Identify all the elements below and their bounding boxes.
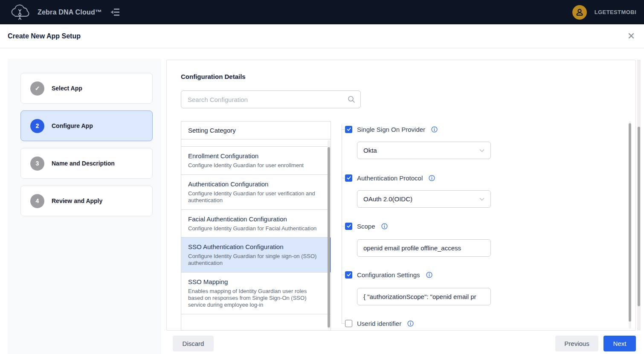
info-icon[interactable]	[431, 126, 438, 133]
configuration-settings-input[interactable]	[357, 288, 491, 305]
category-title: Authentication Configuration	[188, 180, 319, 188]
user-menu[interactable]: LGETESTMOBI	[572, 0, 636, 24]
field-label: Userid identifier	[357, 320, 401, 327]
page-title: Create New App Setup	[8, 24, 81, 48]
category-enrollment-configuration[interactable]: Enrollment Configuration Configure Ident…	[181, 147, 331, 175]
zebra-dna-cloud-logo-icon	[9, 3, 31, 21]
category-title: Enrollment Configuration	[188, 152, 319, 160]
discard-button[interactable]: Discard	[173, 336, 214, 351]
page-scrollbar-thumb[interactable]	[638, 127, 640, 306]
field-configuration-settings: Configuration Settings	[345, 271, 432, 279]
field-label: Scope	[357, 223, 375, 230]
person-icon	[575, 8, 584, 17]
step-review-and-apply[interactable]: 4 Review and Apply	[20, 186, 153, 216]
chevron-down-icon	[479, 149, 484, 152]
configuration-panel: Configuration Details Setting Category E…	[166, 60, 636, 331]
next-button[interactable]: Next	[603, 336, 636, 351]
step-label: Configure App	[52, 122, 93, 129]
auth-protocol-select[interactable]: OAuth 2.0(OIDC)	[357, 190, 491, 208]
category-authentication-configuration[interactable]: Authentication Configuration Configure I…	[181, 175, 331, 210]
clipped-category-item[interactable]	[181, 139, 331, 147]
category-facial-authentication-configuration[interactable]: Facial Authentication Configuration Conf…	[181, 210, 331, 238]
step-number: 2	[30, 119, 44, 133]
category-description: Configure Identity Guardian for user enr…	[188, 162, 317, 169]
top-app-bar: Zebra DNA Cloud™ LGETESTMOBI	[0, 0, 644, 24]
search-icon	[348, 96, 355, 103]
category-title: SSO Mapping	[188, 278, 319, 285]
field-label: Authentication Protocol	[357, 174, 423, 182]
category-description: Configure Identity Guardian for user ver…	[188, 190, 317, 204]
field-label: Single Sign On Provider	[357, 126, 425, 133]
close-icon[interactable]: ✕	[625, 30, 637, 42]
field-tree-line	[342, 124, 342, 323]
sso-provider-checkbox[interactable]	[345, 126, 352, 133]
detail-panel-scrollbar-thumb[interactable]	[629, 123, 631, 322]
scope-checkbox[interactable]	[345, 223, 352, 230]
check-icon	[346, 127, 351, 132]
step-label: Name and Description	[52, 160, 115, 167]
wizard-steps-panel: ✓ Select App 2 Configure App 3 Name and …	[8, 59, 161, 354]
category-list-scrollbar	[328, 140, 330, 329]
previous-button[interactable]: Previous	[555, 336, 598, 351]
category-description: Configure Identity Guardian for Facial A…	[188, 225, 317, 232]
category-title: SSO Authentication Configuration	[188, 243, 319, 250]
configuration-details-heading: Configuration Details	[181, 73, 246, 80]
field-label: Configuration Settings	[357, 271, 420, 279]
check-icon	[346, 175, 351, 180]
create-new-app-setup-screen: Zebra DNA Cloud™ LGETESTMOBI Create New …	[0, 0, 644, 354]
step-number: 4	[30, 194, 44, 208]
field-authentication-protocol: Authentication Protocol	[345, 174, 435, 182]
step-label: Select App	[52, 85, 82, 92]
field-single-sign-on-provider: Single Sign On Provider	[345, 125, 438, 133]
sso-provider-select[interactable]: Okta	[357, 142, 491, 159]
search-configuration-input[interactable]	[181, 90, 361, 108]
category-list-scrollbar-thumb[interactable]	[328, 147, 330, 328]
info-icon[interactable]	[426, 272, 432, 278]
sso-provider-value: Okta	[363, 147, 377, 154]
auth-protocol-value: OAuth 2.0(OIDC)	[363, 195, 412, 203]
info-icon[interactable]	[429, 175, 435, 181]
chevron-down-icon	[479, 197, 484, 201]
category-title: Facial Authentication Configuration	[188, 215, 319, 223]
setting-category-header: Setting Category	[181, 122, 331, 139]
check-icon	[346, 223, 351, 229]
info-icon[interactable]	[381, 223, 388, 229]
field-userid-identifier: Userid identifier	[345, 319, 414, 327]
category-description: Enables mapping of Identity Guardian use…	[188, 288, 317, 308]
user-avatar[interactable]	[572, 5, 587, 20]
step-configure-app[interactable]: 2 Configure App	[20, 110, 153, 141]
collapse-menu-icon[interactable]	[110, 8, 120, 17]
step-completed-check-icon: ✓	[30, 81, 44, 96]
auth-protocol-checkbox[interactable]	[345, 174, 352, 182]
category-sso-authentication-configuration[interactable]: SSO Authentication Configuration Configu…	[181, 238, 331, 273]
category-sso-mapping[interactable]: SSO Mapping Enables mapping of Identity …	[181, 273, 331, 314]
step-number: 3	[30, 157, 44, 171]
field-scope: Scope	[345, 222, 388, 230]
scope-input[interactable]	[357, 239, 491, 257]
modal-header: Create New App Setup ✕	[0, 24, 644, 48]
step-label: Review and Apply	[52, 197, 102, 204]
configuration-settings-checkbox[interactable]	[345, 271, 352, 279]
category-description: Configure Identity Guardian for single s…	[188, 253, 317, 267]
app-title: Zebra DNA Cloud™	[38, 0, 102, 24]
username-label: LGETESTMOBI	[595, 9, 636, 15]
userid-identifier-checkbox[interactable]	[345, 320, 352, 327]
step-select-app[interactable]: ✓ Select App	[20, 73, 153, 104]
detail-panel-scrollbar	[629, 121, 631, 329]
info-icon[interactable]	[407, 320, 414, 327]
check-icon	[346, 272, 351, 277]
step-name-and-description[interactable]: 3 Name and Description	[20, 148, 153, 179]
page-scrollbar	[637, 60, 641, 331]
setting-category-list: Setting Category Enrollment Configuratio…	[181, 121, 331, 331]
